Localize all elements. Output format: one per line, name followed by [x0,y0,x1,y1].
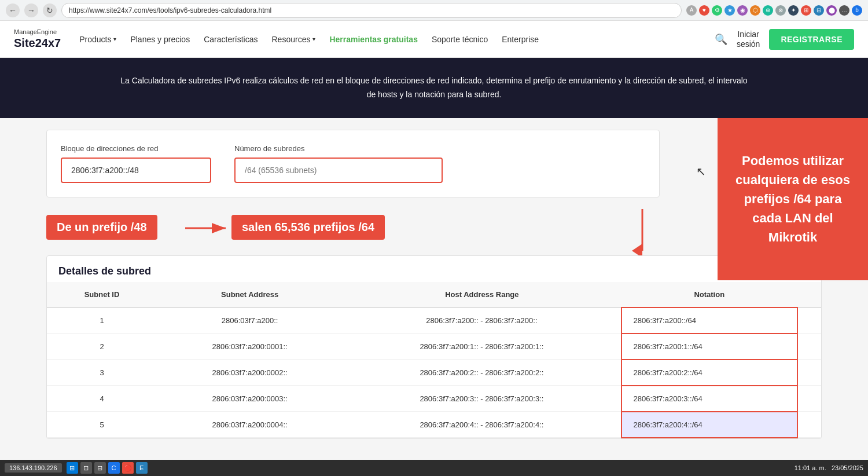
browser-profile-icon: b [852,5,862,16]
table-title: Detalles de subred [47,256,821,282]
nav-herramientas[interactable]: Herramientas gratuitas [329,35,418,44]
cell-range-1: 2806:3f7:a200:: - 2806:3f7:a200:: [343,307,621,334]
taskbar-icons: ⊞ ⊡ ⊟ C 🔴 E [67,462,148,474]
taskbar-windows-icon[interactable]: ⊞ [67,462,78,474]
nav-caracteristicas[interactable]: Características [204,35,258,44]
cell-range-2: 2806:3f7:a200:1:: - 2806:3f7:a200:1:: [343,334,621,360]
logo-site24x7: Site24x7 [14,36,61,50]
taskbar-app2-icon[interactable]: 🔴 [122,462,134,474]
browser-icon-9: ✦ [788,5,799,16]
subnets-input[interactable] [234,158,443,183]
left-annotation-box: De un prefijo /48 [46,215,157,240]
cell-notation-4: 2806:3f7:a200:3::/64 [621,386,797,412]
cell-id-1: 1 [47,307,157,334]
forward-button[interactable]: → [24,3,38,17]
network-block-label: Bloque de direcciones de red [61,144,211,153]
browser-icon-11: ⊟ [814,5,824,16]
browser-icon-2: ♥ [699,5,709,16]
cursor-indicator: ↖ [696,164,706,178]
cell-id-4: 4 [47,386,157,412]
cell-subnet-1: 2806:03f7:a200:: [157,307,343,334]
status-time-date: 11:01 a. m. 23/05/2025 [795,464,863,471]
nav-enterprise[interactable]: Enterprise [502,35,539,44]
table-body: 1 2806:03f7:a200:: 2806:3f7:a200:: - 280… [47,307,821,438]
back-button[interactable]: ← [6,3,20,17]
main-content: Podemos utilizar cualquiera de esos pref… [0,118,868,474]
col-host-range: Host Address Range [343,282,621,307]
browser-icon-10: ⊞ [801,5,811,16]
hero-text: La Calculadora de subredes IPv6 realiza … [116,74,752,102]
cell-scroll-2 [797,334,821,360]
iniciar-sesion-button[interactable]: Iniciar sesión [737,30,760,49]
cell-range-3: 2806:3f7:a200:2:: - 2806:3f7:a200:2:: [343,360,621,386]
cell-subnet-3: 2806:03f7:a200:0002:: [157,360,343,386]
navbar: ManageEngine Site24x7 Products ▾ Planes … [0,21,868,58]
browser-icon-3: ⚙ [712,5,722,16]
cell-id-2: 2 [47,334,157,360]
cell-id-3: 3 [47,360,157,386]
table-header: Subnet ID Subnet Address Host Address Ra… [47,282,821,307]
side-annotation-box: Podemos utilizar cualquiera de esos pref… [718,118,868,280]
browser-icons: A ♥ ⚙ ★ ◉ ⬡ ⊕ ⊗ ✦ ⊞ ⊟ ⬤ … b [686,5,862,16]
taskbar-search-icon[interactable]: ⊡ [80,462,92,474]
nav-planes[interactable]: Planes y precios [130,35,190,44]
calc-fields: Bloque de direcciones de red Número de s… [61,144,645,183]
nav-soporte[interactable]: Soporte técnico [432,35,488,44]
cell-id-5: 5 [47,412,157,438]
taskbar-app3-icon[interactable]: E [136,462,148,474]
nav-right: 🔍 Iniciar sesión REGISTRARSE [715,29,854,50]
network-block-input[interactable] [61,158,211,183]
cell-range-4: 2806:3f7:a200:3:: - 2806:3f7:a200:3:: [343,386,621,412]
col-notation: Notation [621,282,797,307]
taskbar-task-icon[interactable]: ⊟ [94,462,106,474]
browser-icon-4: ★ [724,5,735,16]
status-date: 23/05/2025 [832,464,863,471]
browser-icon-6: ⬡ [750,5,760,16]
logo-manageengine: ManageEngine [14,28,61,36]
status-ip: 136.143.190.226 [5,463,62,473]
network-block-field: Bloque de direcciones de red [61,144,211,183]
cell-notation-3: 2806:3f7:a200:2::/64 [621,360,797,386]
resources-chevron-icon: ▾ [312,36,315,42]
center-annotation-box: salen 65,536 prefijos /64 [231,215,385,240]
cell-scroll-5 [797,412,821,438]
subnets-field: Número de subredes [234,144,443,183]
nav-products[interactable]: Products ▾ [79,35,116,44]
annotations-row: De un prefijo /48 salen 65,536 prefijos … [46,209,660,255]
browser-icon-1: A [686,5,697,16]
registrarse-button[interactable]: REGISTRARSE [769,29,854,50]
cell-scroll-4 [797,386,821,412]
url-bar[interactable] [61,3,682,18]
status-bar: 136.143.190.226 ⊞ ⊡ ⊟ C 🔴 E 11:01 a. m. … [0,460,868,474]
browser-icon-8: ⊗ [775,5,786,16]
cell-notation-2: 2806:3f7:a200:1::/64 [621,334,797,360]
cell-subnet-4: 2806:03f7:a200:0003:: [157,386,343,412]
col-subnet-address: Subnet Address [157,282,343,307]
browser-icon-extension: … [839,5,849,16]
search-icon[interactable]: 🔍 [715,33,727,46]
cell-notation-5: 2806:3f7:a200:4::/64 [621,412,797,438]
browser-chrome: ← → ↻ A ♥ ⚙ ★ ◉ ⬡ ⊕ ⊗ ✦ ⊞ ⊟ ⬤ … b [0,0,868,21]
products-chevron-icon: ▾ [113,36,116,42]
table-row: 2 2806:03f7:a200:0001:: 2806:3f7:a200:1:… [47,334,821,360]
table-row: 5 2806:03f7:a200:0004:: 2806:3f7:a200:4:… [47,412,821,438]
arrow-right-icon [185,219,231,237]
table-row: 4 2806:03f7:a200:0003:: 2806:3f7:a200:3:… [47,386,821,412]
col-subnet-id: Subnet ID [47,282,157,307]
browser-icon-5: ◉ [737,5,748,16]
cell-scroll-3 [797,360,821,386]
nav-resources[interactable]: Resources ▾ [272,35,316,44]
nav-links: Products ▾ Planes y precios Característi… [79,35,696,44]
cell-subnet-2: 2806:03f7:a200:0001:: [157,334,343,360]
status-time: 11:01 a. m. [795,464,826,471]
logo[interactable]: ManageEngine Site24x7 [14,28,61,50]
taskbar-app1-icon[interactable]: C [108,462,120,474]
calculator-section: Bloque de direcciones de red Número de s… [46,130,660,197]
cell-scroll-1 [797,307,821,334]
browser-icon-7: ⊕ [763,5,773,16]
down-arrow-icon [631,209,654,255]
browser-icon-12: ⬤ [826,5,837,16]
table-row: 1 2806:03f7:a200:: 2806:3f7:a200:: - 280… [47,307,821,334]
refresh-button[interactable]: ↻ [43,3,57,17]
cell-range-5: 2806:3f7:a200:4:: - 2806:3f7:a200:4:: [343,412,621,438]
